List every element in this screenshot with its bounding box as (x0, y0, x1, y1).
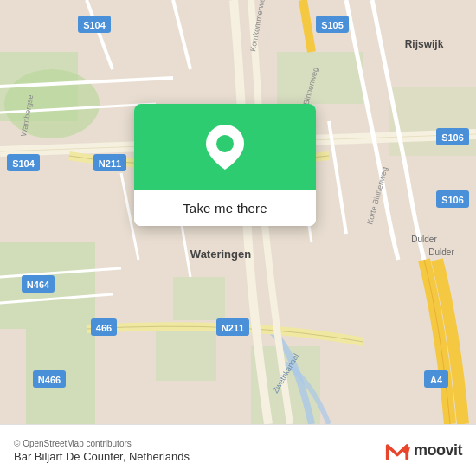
svg-text:Dulder: Dulder (428, 248, 454, 257)
svg-text:S104: S104 (83, 20, 106, 30)
svg-text:S106: S106 (441, 195, 464, 205)
footer-left: © OpenStreetMap contributors Bar Biljart… (14, 439, 190, 463)
moovit-text: moovit (414, 441, 462, 460)
svg-point-4 (4, 69, 100, 138)
popup-card: Take me there (134, 104, 316, 226)
take-me-there-button[interactable]: Take me there (134, 190, 316, 226)
svg-text:N211: N211 (222, 323, 244, 333)
svg-text:A4: A4 (430, 375, 443, 385)
moovit-logo: moovit (384, 438, 462, 464)
svg-text:N466: N466 (38, 375, 61, 385)
svg-rect-8 (156, 329, 216, 381)
footer-bar: © OpenStreetMap contributors Bar Biljart… (0, 424, 476, 476)
popup-green-section (134, 104, 316, 190)
map-container: S104 S104 S105 S106 S106 N211 N211 N464 … (0, 0, 476, 424)
moovit-logo-icon (384, 438, 410, 464)
svg-rect-5 (173, 277, 225, 320)
svg-text:S106: S106 (441, 132, 464, 143)
svg-text:Rijswijk: Rijswijk (405, 38, 444, 50)
svg-rect-6 (277, 52, 363, 104)
svg-text:Dulder: Dulder (411, 235, 437, 244)
svg-text:Wateringen: Wateringen (190, 248, 251, 261)
place-name: Bar Biljart De Counter, Netherlands (14, 450, 190, 463)
svg-text:466: 466 (96, 323, 112, 333)
svg-point-54 (216, 135, 234, 152)
svg-text:N464: N464 (27, 280, 50, 290)
location-pin-icon (206, 125, 244, 170)
copyright-text: © OpenStreetMap contributors (14, 439, 190, 448)
svg-text:N211: N211 (99, 158, 121, 169)
svg-text:S104: S104 (12, 158, 35, 169)
svg-text:S105: S105 (321, 20, 344, 30)
